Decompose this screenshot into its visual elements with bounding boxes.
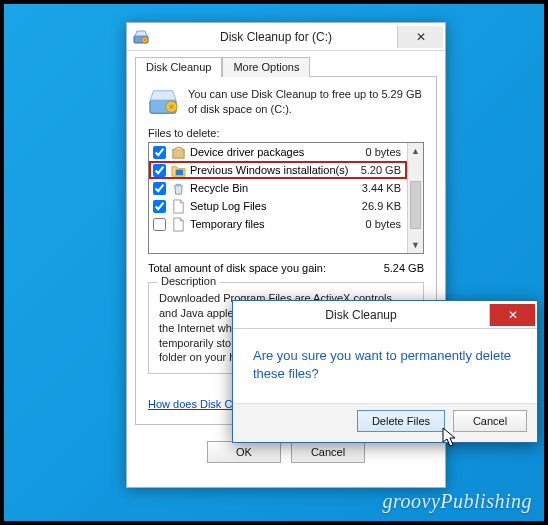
confirm-titlebar: Disk Cleanup ✕ <box>233 301 537 329</box>
file-size: 26.9 KB <box>362 200 401 212</box>
file-type-icon <box>171 181 186 196</box>
file-name: Temporary files <box>190 218 366 230</box>
svg-rect-5 <box>176 169 184 175</box>
file-type-icon <box>171 163 186 178</box>
tab-disk-cleanup[interactable]: Disk Cleanup <box>135 57 222 77</box>
description-legend: Description <box>157 275 220 287</box>
tab-strip: Disk Cleanup More Options <box>127 51 445 76</box>
total-label: Total amount of disk space you gain: <box>148 262 384 274</box>
scroll-down-icon[interactable]: ▼ <box>408 237 423 253</box>
tab-more-options[interactable]: More Options <box>222 57 310 77</box>
intro-text: You can use Disk Cleanup to free up to 5… <box>188 87 424 117</box>
file-row[interactable]: Device driver packages0 bytes <box>149 143 407 161</box>
confirm-title: Disk Cleanup <box>233 308 489 322</box>
cancel-button[interactable]: Cancel <box>291 441 365 463</box>
desktop-background: Disk Cleanup for (C:) ✕ Disk Cleanup Mor… <box>4 4 544 521</box>
file-checkbox[interactable] <box>153 146 166 159</box>
confirm-message: Are you sure you want to permanently del… <box>233 329 537 403</box>
svg-rect-6 <box>176 183 182 185</box>
confirm-dialog: Disk Cleanup ✕ Are you sure you want to … <box>232 300 538 443</box>
files-to-delete-label: Files to delete: <box>148 127 424 139</box>
svg-rect-4 <box>173 149 184 157</box>
file-type-icon <box>171 199 186 214</box>
file-name: Recycle Bin <box>190 182 362 194</box>
file-checkbox[interactable] <box>153 200 166 213</box>
file-row[interactable]: Previous Windows installation(s)5.20 GB <box>149 161 407 179</box>
watermark: groovyPublishing <box>383 490 532 513</box>
scroll-up-icon[interactable]: ▲ <box>408 143 423 159</box>
confirm-close-button[interactable]: ✕ <box>489 304 535 326</box>
total-value: 5.24 GB <box>384 262 424 274</box>
confirm-cancel-button[interactable]: Cancel <box>453 410 527 432</box>
titlebar: Disk Cleanup for (C:) ✕ <box>127 23 445 51</box>
drive-cleanup-icon <box>148 87 178 117</box>
file-name: Device driver packages <box>190 146 366 158</box>
close-button[interactable]: ✕ <box>397 26 443 48</box>
file-list: Device driver packages0 bytesPrevious Wi… <box>148 142 424 254</box>
window-title: Disk Cleanup for (C:) <box>155 30 397 44</box>
file-type-icon <box>171 217 186 232</box>
delete-files-button[interactable]: Delete Files <box>357 410 445 432</box>
disk-cleanup-icon <box>133 29 149 45</box>
file-list-scrollbar[interactable]: ▲ ▼ <box>407 143 423 253</box>
file-row[interactable]: Temporary files0 bytes <box>149 215 407 233</box>
file-row[interactable]: Recycle Bin3.44 KB <box>149 179 407 197</box>
intro-row: You can use Disk Cleanup to free up to 5… <box>148 87 424 117</box>
file-checkbox[interactable] <box>153 182 166 195</box>
file-size: 5.20 GB <box>361 164 401 176</box>
total-row: Total amount of disk space you gain: 5.2… <box>148 262 424 274</box>
file-size: 3.44 KB <box>362 182 401 194</box>
confirm-buttons: Delete Files Cancel <box>233 403 537 442</box>
file-row[interactable]: Setup Log Files26.9 KB <box>149 197 407 215</box>
file-size: 0 bytes <box>366 218 401 230</box>
file-name: Setup Log Files <box>190 200 362 212</box>
ok-button[interactable]: OK <box>207 441 281 463</box>
file-checkbox[interactable] <box>153 164 166 177</box>
scroll-thumb[interactable] <box>410 181 421 229</box>
file-name: Previous Windows installation(s) <box>190 164 361 176</box>
file-size: 0 bytes <box>366 146 401 158</box>
file-type-icon <box>171 145 186 160</box>
file-checkbox[interactable] <box>153 218 166 231</box>
